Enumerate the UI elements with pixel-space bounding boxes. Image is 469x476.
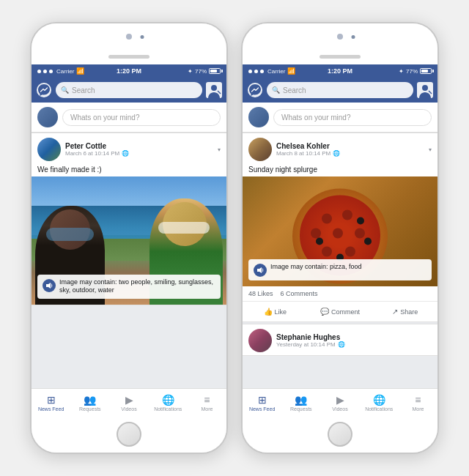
nav-more-left[interactable]: ≡ More [188, 394, 226, 412]
top-bezel [32, 23, 226, 64]
comment-icon: 💬 [320, 308, 329, 316]
status-placeholder-left: Whats on your mind? [70, 114, 140, 122]
comment-label: Comment [331, 308, 360, 316]
feed-content-right: Whats on your mind? Chelsea Kohler March… [243, 103, 437, 388]
stephanie-post-meta: Yesterday at 10:14 PM 🌐 [276, 341, 432, 348]
nav-requests-left[interactable]: 👥 Requests [70, 394, 109, 412]
nav-notifications-left[interactable]: 🌐 Notifications [149, 394, 188, 412]
olive-3 [364, 238, 372, 245]
status-bar-right: Carrier 📶 1:20 PM ✦ 77% [243, 64, 437, 78]
chelsea-post-text: Sunday night splurge [243, 164, 437, 176]
svg-marker-9 [257, 267, 262, 273]
battery-fill-right [421, 70, 428, 72]
volume-down-button-right[interactable] [241, 126, 243, 146]
search-bar-right[interactable]: 🔍 Search [267, 82, 413, 98]
pepperoni-3 [311, 228, 321, 239]
stephanie-username: Stephanie Hughes [276, 333, 432, 341]
pepperoni-1 [322, 214, 332, 224]
phone-left: Carrier 📶 1:20 PM ✦ 77% [30, 22, 228, 454]
battery-fill [210, 70, 217, 72]
nav-videos-left[interactable]: ▶ Videos [109, 394, 148, 412]
share-button[interactable]: ↗ Share [372, 304, 437, 319]
volume-up-button-right[interactable] [241, 97, 243, 117]
facebook-navbar-left: 🔍 Search [32, 78, 226, 103]
comments-count: 6 Comments [281, 290, 318, 297]
pepperoni-7 [345, 247, 355, 257]
home-button-right[interactable] [328, 422, 352, 447]
audio-description-icon[interactable] [43, 279, 56, 292]
status-input-right[interactable]: Whats on your mind? [273, 109, 432, 126]
battery-icon-right [420, 68, 432, 74]
wifi-icon: 📶 [76, 67, 84, 75]
profile-icon-left[interactable] [206, 82, 222, 98]
requests-label-left: Requests [79, 406, 101, 412]
nav-newsfeed-right[interactable]: ⊞ News Feed [243, 394, 281, 412]
messenger-icon[interactable] [36, 82, 52, 98]
battery-icon [209, 68, 221, 74]
newsfeed-icon-left: ⊞ [47, 394, 56, 406]
mute-button-right[interactable] [241, 83, 243, 98]
nav-more-right[interactable]: ≡ More [399, 394, 437, 412]
likes-count: 48 Likes [248, 290, 273, 297]
post-header-chelsea: Chelsea Kohler March 8 at 10:14 PM 🌐 ▾ [243, 133, 437, 164]
comment-button[interactable]: 💬 Comment [308, 304, 373, 319]
bottom-bezel-right [243, 416, 437, 453]
home-button-left[interactable] [117, 422, 141, 447]
bottom-nav-left: ⊞ News Feed 👥 Requests ▶ Videos 🌐 Notifi… [32, 388, 226, 416]
pizza-caption-box: Image may contain: pizza, food [248, 259, 432, 280]
notifications-icon-right: 🌐 [373, 394, 385, 406]
screen-right: Carrier 📶 1:20 PM ✦ 77% [243, 64, 437, 416]
post-user-info-peter: Peter Cottle March 6 at 10:14 PM 🌐 [65, 142, 213, 157]
status-input-left[interactable]: Whats on your mind? [62, 109, 221, 126]
bluetooth-icon: ✦ [188, 68, 193, 75]
wifi-icon-right: 📶 [287, 67, 295, 75]
status-right-left: ✦ 77% [188, 68, 221, 75]
person1-glasses [46, 228, 94, 241]
mute-button[interactable] [30, 83, 32, 98]
phones-container: Carrier 📶 1:20 PM ✦ 77% [30, 22, 439, 454]
power-button-right[interactable] [437, 111, 439, 152]
nav-notifications-right[interactable]: 🌐 Notifications [360, 394, 399, 412]
peter-post-text: We finally made it :) [32, 164, 226, 176]
messenger-icon-right[interactable] [247, 82, 263, 98]
selfie-caption-text: Image may contain: two people, smiling, … [59, 278, 215, 295]
pizza-caption-text: Image may contain: pizza, food [270, 263, 362, 272]
peter-post-image: Image may contain: two people, smiling, … [32, 176, 226, 305]
nav-newsfeed-left[interactable]: ⊞ News Feed [32, 394, 70, 412]
peter-avatar-img [37, 138, 61, 161]
volume-up-button[interactable] [30, 97, 32, 117]
bluetooth-icon-right: ✦ [399, 68, 404, 75]
requests-icon-left: 👥 [84, 394, 96, 406]
globe-icon-chelsea: 🌐 [333, 150, 340, 157]
profile-icon-right[interactable] [417, 82, 433, 98]
videos-label-right: Videos [332, 406, 347, 412]
audio-description-icon-right[interactable] [254, 264, 267, 277]
facebook-navbar-right: 🔍 Search [243, 78, 437, 103]
nav-requests-right[interactable]: 👥 Requests [281, 394, 320, 412]
signal-dot-1 [37, 70, 41, 73]
feed-content-left: Whats on your mind? Peter Cottle March 6… [32, 103, 226, 388]
post-user-info-chelsea: Chelsea Kohler March 8 at 10:14 PM 🌐 [276, 142, 424, 157]
signal-dot-3 [49, 70, 53, 73]
post-user-info-stephanie: Stephanie Hughes Yesterday at 10:14 PM 🌐 [276, 333, 432, 348]
volume-down-button[interactable] [30, 126, 32, 146]
search-bar-left[interactable]: 🔍 Search [56, 82, 202, 98]
post-chevron-left: ▾ [218, 146, 221, 153]
olive-1 [357, 217, 364, 225]
status-left-right: Carrier 📶 [248, 67, 295, 75]
globe-icon-stephanie: 🌐 [338, 341, 345, 348]
phone-right: Carrier 📶 1:20 PM ✦ 77% [241, 22, 439, 454]
svg-point-7 [422, 85, 428, 91]
post-avatar-peter [37, 138, 61, 161]
nav-videos-right[interactable]: ▶ Videos [320, 394, 359, 412]
search-placeholder-right: Search [283, 86, 306, 94]
pepperoni-2 [342, 210, 352, 220]
power-button[interactable] [226, 111, 228, 152]
post-card-stephanie: Stephanie Hughes Yesterday at 10:14 PM 🌐 [243, 324, 437, 356]
likes-bar-chelsea: 48 Likes 6 Comments [243, 286, 437, 302]
like-button[interactable]: 👍 Like [243, 304, 308, 319]
videos-icon-left: ▶ [125, 394, 133, 406]
status-post-right: Whats on your mind? [243, 103, 437, 133]
post-header-stephanie: Stephanie Hughes Yesterday at 10:14 PM 🌐 [243, 324, 437, 355]
newsfeed-label-left: News Feed [38, 406, 64, 412]
